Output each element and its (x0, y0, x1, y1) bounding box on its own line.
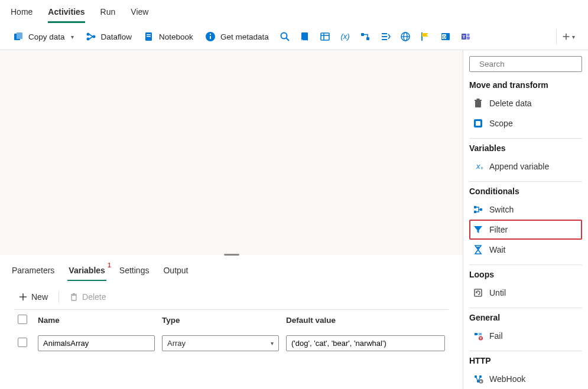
chevron-down-icon: ▾ (572, 34, 575, 40)
new-variable-button[interactable]: New (14, 289, 53, 305)
until-loop-icon (473, 287, 483, 298)
variable-name-input[interactable] (38, 335, 155, 351)
panel-item-filter[interactable]: Filter (469, 220, 582, 240)
svg-rect-43 (477, 99, 480, 100)
delete-variable-label: Delete (82, 292, 106, 302)
fail-icon (473, 331, 483, 341)
panel-item-label: Filter (489, 225, 508, 234)
get-metadata-button[interactable]: Get metadata (200, 28, 274, 45)
svg-rect-48 (474, 206, 476, 208)
variable-icon-button[interactable]: (x) (336, 28, 354, 45)
panel-item-delete-data[interactable]: Delete data (469, 93, 582, 113)
hourglass-icon (473, 244, 483, 255)
svg-rect-7 (147, 36, 151, 37)
canvas-column: Parameters Variables 1 Settings Output N… (0, 50, 463, 389)
select-all-checkbox[interactable] (18, 315, 27, 324)
svg-line-12 (286, 38, 289, 41)
info-icon (205, 31, 216, 42)
svg-point-2 (86, 33, 89, 36)
svg-rect-51 (475, 289, 482, 296)
panel-item-fail[interactable]: Fail (469, 326, 582, 346)
tab-variables[interactable]: Variables 1 (67, 263, 106, 281)
activity-search[interactable] (469, 56, 582, 72)
trash-icon (473, 98, 483, 109)
variables-count-badge: 1 (108, 262, 111, 269)
variable-default-input[interactable] (286, 335, 445, 351)
panel-item-until[interactable]: Until (469, 283, 582, 303)
tab-activities[interactable]: Activities (48, 5, 85, 23)
tab-parameters[interactable]: Parameters (11, 263, 56, 281)
panel-divider (469, 264, 582, 265)
svg-rect-42 (475, 100, 482, 101)
panel-divider (469, 308, 582, 308)
notebook-button[interactable]: Notebook (139, 28, 198, 45)
svg-rect-6 (147, 34, 151, 35)
add-activity-button[interactable]: ▾ (556, 29, 580, 44)
flag-icon (420, 31, 431, 42)
panel-item-label: Append variable (489, 162, 549, 171)
variable-x-icon: (x) (340, 31, 350, 42)
variable-type-select[interactable]: Array ▾ (162, 335, 279, 351)
lookup-icon-button[interactable] (276, 28, 294, 45)
section-move-title: Move and transform (469, 80, 582, 90)
list-arrow-icon (380, 31, 391, 42)
dataflow-button[interactable]: Dataflow (81, 28, 137, 45)
panel-item-scope[interactable]: Scope (469, 113, 582, 133)
kql-icon-button[interactable] (417, 28, 434, 45)
copy-data-icon (13, 31, 24, 42)
sproc-icon-button[interactable] (316, 28, 334, 45)
panel-item-label: Until (489, 288, 506, 298)
outlook-icon-button[interactable]: O (437, 28, 454, 45)
web-icon-button[interactable] (397, 28, 414, 45)
scope-icon (473, 118, 483, 129)
trash-icon (70, 293, 78, 301)
top-tabs: Home Activities Run View (0, 0, 588, 24)
panel-item-append-variable[interactable]: x+ Append variable (469, 156, 582, 176)
globe-icon (400, 31, 411, 42)
tab-home[interactable]: Home (11, 5, 33, 23)
panel-item-switch[interactable]: Switch (469, 200, 582, 220)
delete-variable-button[interactable]: Delete (65, 289, 111, 305)
svg-text:+: + (480, 165, 483, 171)
copy-data-button[interactable]: Copy data ▾ (8, 28, 79, 45)
pipeline-canvas[interactable] (0, 50, 463, 255)
svg-rect-21 (382, 36, 387, 37)
copy-data-label: Copy data (28, 32, 65, 41)
plus-icon (561, 32, 571, 41)
row-checkbox[interactable] (18, 338, 27, 347)
svg-rect-1 (17, 32, 22, 39)
svg-point-4 (92, 35, 95, 38)
chevron-down-icon: ▾ (71, 34, 74, 40)
table-row: Array ▾ (14, 332, 449, 356)
svg-text:x: x (476, 162, 480, 171)
magnifier-icon (280, 31, 290, 42)
get-metadata-label: Get metadata (220, 32, 269, 41)
pipeline-icon (360, 31, 371, 42)
tab-variables-label: Variables (69, 266, 105, 275)
tab-run[interactable]: Run (100, 5, 116, 23)
svg-text:T: T (462, 34, 465, 40)
col-name: Name (34, 310, 158, 332)
tab-settings[interactable]: Settings (118, 263, 151, 281)
script-icon (300, 31, 310, 42)
tab-view[interactable]: View (131, 5, 148, 23)
svg-rect-13 (301, 32, 308, 41)
svg-rect-9 (210, 36, 211, 39)
pipeline-icon-button[interactable] (356, 28, 374, 45)
svg-point-11 (281, 33, 287, 39)
panel-item-label: Scope (489, 119, 513, 128)
panel-item-label: WebHook (489, 374, 525, 384)
teams-icon-button[interactable]: T (457, 28, 475, 45)
dataflow-label: Dataflow (101, 32, 132, 41)
script-icon-button[interactable] (296, 28, 314, 45)
tab-output[interactable]: Output (162, 263, 189, 281)
outlook-icon: O (440, 31, 451, 42)
panel-item-label: Delete data (489, 99, 532, 108)
panel-item-webhook[interactable]: WebHook (469, 369, 582, 389)
col-type: Type (158, 310, 282, 332)
variables-table: Name Type Default value Array ▾ (14, 309, 449, 356)
activity-search-input[interactable] (479, 60, 579, 68)
panel-item-wait[interactable]: Wait (469, 240, 582, 260)
svg-rect-41 (475, 101, 481, 107)
list-icon-button[interactable] (376, 28, 394, 45)
